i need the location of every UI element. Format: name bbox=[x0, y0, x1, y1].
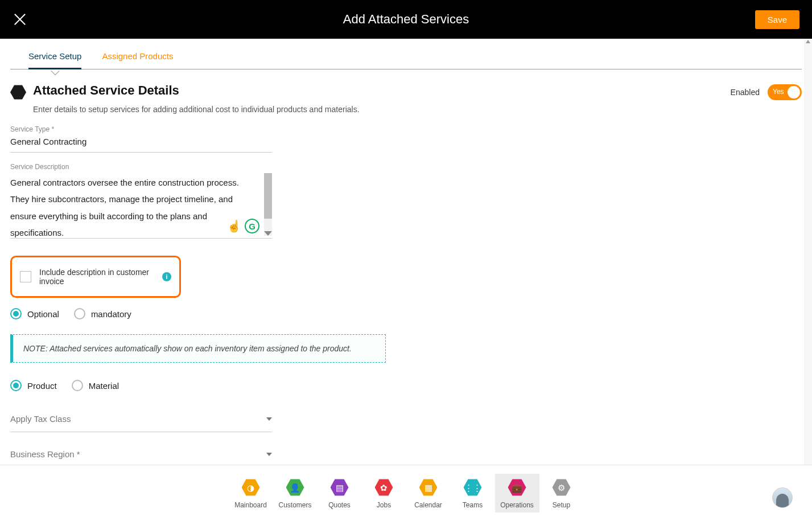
radio-material-label: Material bbox=[89, 381, 119, 391]
radio-mandatory[interactable]: mandatory bbox=[74, 308, 131, 319]
info-icon[interactable]: i bbox=[162, 272, 171, 281]
setup-icon: ⚙ bbox=[553, 478, 571, 497]
service-description-label: Service Description bbox=[10, 163, 272, 171]
nav-mainboard[interactable]: ◑ Mainboard bbox=[229, 474, 273, 512]
bottom-nav: ◑ Mainboard 👤 Customers ▤ Quotes ✿ Jobs … bbox=[0, 465, 812, 512]
nav-jobs[interactable]: ✿ Jobs bbox=[362, 474, 406, 512]
field-service-type: Service Type * General Contracting bbox=[10, 125, 272, 153]
enabled-toggle-wrap: Enabled Yes bbox=[731, 84, 802, 100]
pointing-hand-icon: ☝️ bbox=[227, 219, 241, 233]
section-header: Attached Service Details Enabled Yes bbox=[10, 83, 802, 100]
business-region-placeholder: Business Region * bbox=[10, 449, 80, 459]
teams-icon: ⋮⋮ bbox=[464, 478, 482, 497]
include-description-highlight: Include description in customer invoice … bbox=[10, 256, 181, 298]
nav-customers[interactable]: 👤 Customers bbox=[273, 474, 318, 512]
tax-class-select[interactable]: Apply Tax Class bbox=[10, 406, 272, 432]
tax-class-placeholder: Apply Tax Class bbox=[10, 414, 71, 424]
radio-product-label: Product bbox=[27, 381, 57, 391]
form-area: Service Type * General Contracting Servi… bbox=[10, 125, 272, 319]
nav-teams[interactable]: ⋮⋮ Teams bbox=[451, 474, 495, 512]
section-title: Attached Service Details bbox=[33, 83, 179, 98]
radio-optional[interactable]: Optional bbox=[10, 308, 59, 319]
enabled-toggle[interactable]: Yes bbox=[768, 84, 802, 100]
operations-icon: 💼 bbox=[508, 478, 526, 497]
scrollbar-thumb[interactable] bbox=[264, 173, 272, 219]
customers-icon: 👤 bbox=[286, 478, 304, 497]
form-body: Service Setup Assigned Products Attached… bbox=[0, 39, 812, 465]
field-service-description: Service Description General contractors … bbox=[10, 163, 272, 239]
nav-mainboard-label: Mainboard bbox=[229, 501, 273, 509]
close-icon[interactable] bbox=[13, 12, 27, 27]
toggle-yes-text: Yes bbox=[773, 88, 784, 96]
radio-product[interactable]: Product bbox=[10, 380, 57, 391]
nav-quotes-label: Quotes bbox=[318, 501, 362, 509]
nav-operations-label: Operations bbox=[495, 501, 539, 509]
service-description-box: General contractors oversee the entire c… bbox=[10, 171, 272, 239]
nav-customers-label: Customers bbox=[273, 501, 318, 509]
radio-optional-label: Optional bbox=[27, 309, 59, 319]
radio-icon bbox=[72, 380, 83, 391]
mainboard-icon: ◑ bbox=[242, 478, 260, 497]
calendar-icon: ▦ bbox=[419, 478, 438, 497]
nav-operations[interactable]: 💼 Operations bbox=[495, 474, 539, 512]
requirement-radio-group: Optional mandatory bbox=[10, 308, 272, 319]
radio-material[interactable]: Material bbox=[72, 380, 119, 391]
include-description-label: Include description in customer invoice bbox=[39, 268, 154, 286]
hexagon-icon bbox=[10, 84, 26, 100]
tab-service-setup[interactable]: Service Setup bbox=[28, 51, 81, 69]
grammarly-icon[interactable]: G bbox=[245, 219, 259, 233]
tab-assigned-products[interactable]: Assigned Products bbox=[102, 51, 173, 69]
type-radio-group: Product Material bbox=[10, 380, 802, 391]
service-type-input[interactable]: General Contracting bbox=[10, 133, 272, 153]
toggle-knob bbox=[788, 86, 800, 99]
nav-jobs-label: Jobs bbox=[362, 501, 406, 509]
radio-icon bbox=[74, 308, 85, 319]
nav-setup-label: Setup bbox=[539, 501, 584, 509]
chevron-down-icon bbox=[266, 417, 272, 421]
radio-icon bbox=[10, 380, 22, 391]
scrollbar-down-icon[interactable] bbox=[264, 231, 272, 236]
tabs: Service Setup Assigned Products bbox=[10, 51, 802, 69]
nav-setup[interactable]: ⚙ Setup bbox=[539, 474, 584, 512]
nav-quotes[interactable]: ▤ Quotes bbox=[318, 474, 362, 512]
user-avatar[interactable] bbox=[772, 487, 793, 508]
radio-icon bbox=[10, 308, 22, 319]
nav-calendar[interactable]: ▦ Calendar bbox=[406, 474, 451, 512]
description-scrollbar[interactable] bbox=[264, 173, 272, 236]
quotes-icon: ▤ bbox=[331, 478, 349, 497]
section-subtitle: Enter details to setup services for addi… bbox=[33, 105, 802, 114]
note-box: NOTE: Attached services automatically sh… bbox=[10, 334, 386, 363]
service-type-label: Service Type * bbox=[10, 125, 272, 133]
modal-title: Add Attached Services bbox=[343, 12, 469, 27]
business-region-select[interactable]: Business Region * bbox=[10, 441, 272, 465]
chevron-down-icon bbox=[266, 453, 272, 456]
jobs-icon: ✿ bbox=[375, 478, 393, 497]
include-description-checkbox[interactable] bbox=[20, 271, 31, 282]
description-inline-icons: ☝️ G bbox=[227, 219, 259, 233]
enabled-label: Enabled bbox=[731, 88, 760, 97]
nav-teams-label: Teams bbox=[451, 501, 495, 509]
save-button[interactable]: Save bbox=[755, 10, 799, 29]
radio-mandatory-label: mandatory bbox=[91, 309, 131, 319]
nav-calendar-label: Calendar bbox=[406, 501, 451, 509]
modal-header: Add Attached Services Save bbox=[0, 0, 812, 39]
